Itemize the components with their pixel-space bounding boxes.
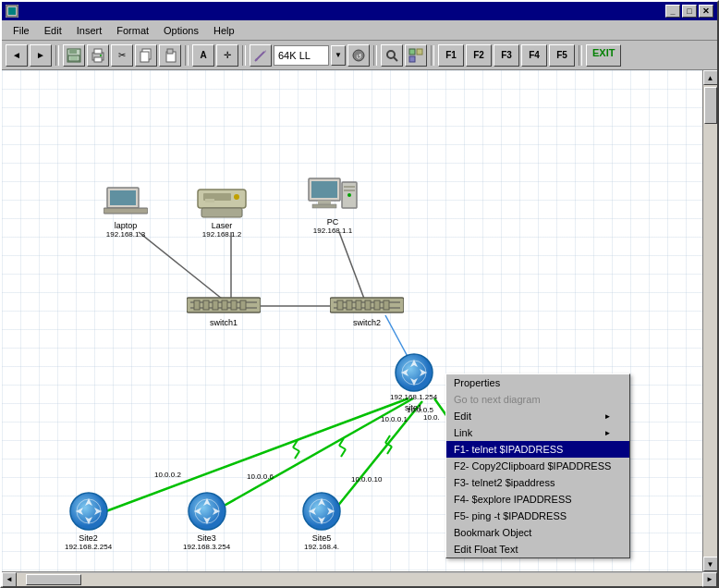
save-button[interactable] (63, 44, 85, 67)
ctx-edit-float[interactable]: Edit Float Text (446, 541, 629, 557)
scroll-left-button[interactable]: ◄ (2, 572, 17, 587)
canvas[interactable]: 10.0.0.1 10.0.0.5 10.0. 10.0.0.2 10.0.0.… (2, 70, 702, 571)
find-button[interactable] (381, 44, 403, 67)
f1-button[interactable]: F1 (438, 44, 464, 67)
menu-help[interactable]: Help (206, 23, 242, 38)
scroll-h-thumb[interactable] (26, 574, 81, 585)
scroll-v-track[interactable] (703, 85, 717, 557)
ctx-edit-arrow: ► (603, 412, 611, 421)
toolbar-separator-4 (373, 45, 377, 66)
f3-button[interactable]: F3 (494, 44, 519, 67)
vertical-scrollbar: ▲ ▼ (702, 70, 717, 571)
svg-line-35 (339, 446, 346, 449)
svg-text:↺: ↺ (356, 53, 362, 61)
device-site2[interactable]: Site2 192.168.2.254 (65, 491, 112, 551)
ctx-f3-telnet2[interactable]: F3- telnet2 $ipaddress (446, 474, 629, 491)
laptop-ip: 192.168.1.3 (106, 230, 145, 239)
device-laser[interactable]: Laser 192.168.1.2 (196, 186, 248, 239)
speed-dropdown-arrow[interactable]: ▼ (331, 45, 346, 66)
close-button[interactable]: ✕ (699, 5, 713, 18)
device-site5[interactable]: Site5 192.168.4. (301, 491, 342, 551)
svg-text:10.0.0.1: 10.0.0.1 (381, 415, 408, 423)
scroll-v-thumb[interactable] (704, 87, 717, 124)
ctx-go-next-diagram: Go to next diagram (446, 391, 629, 408)
f4-button[interactable]: F4 (521, 44, 547, 67)
menu-insert[interactable]: Insert (69, 23, 110, 38)
site5-ip: 192.168.4. (304, 543, 339, 551)
svg-rect-79 (365, 300, 371, 310)
copy-button[interactable] (135, 44, 157, 67)
svg-line-40 (387, 447, 392, 454)
f2-button[interactable]: F2 (466, 44, 492, 67)
scroll-up-button[interactable]: ▲ (703, 70, 718, 85)
ctx-f4-explore[interactable]: F4- $explore IPADDRESS (446, 491, 629, 508)
device-switch1[interactable]: switch1 (187, 294, 261, 327)
f5-button[interactable]: F5 (549, 44, 575, 67)
svg-rect-68 (203, 300, 209, 310)
app-icon (6, 5, 18, 18)
device-site3[interactable]: Site3 192.168.3.254 (183, 491, 230, 551)
nav-prev-button[interactable]: ◄ (6, 44, 28, 67)
svg-line-37 (333, 401, 422, 512)
menu-edit[interactable]: Edit (37, 23, 69, 38)
menubar: File Edit Insert Format Options Help (2, 20, 717, 41)
laser-ip: 192.168.1.2 (202, 230, 241, 239)
device-switch2[interactable]: switch2 (330, 294, 404, 327)
svg-rect-5 (70, 56, 78, 60)
pc-label: PC (327, 217, 339, 227)
pencil-icon[interactable] (250, 44, 272, 67)
svg-rect-23 (409, 56, 415, 62)
nav-next-button[interactable]: ► (30, 44, 52, 67)
scroll-h-track[interactable] (17, 573, 702, 586)
svg-rect-59 (312, 204, 336, 208)
site2-ip: 192.168.2.254 (65, 543, 112, 551)
ctx-properties[interactable]: Properties (446, 374, 629, 391)
maximize-button[interactable]: □ (682, 5, 697, 18)
svg-rect-62 (344, 190, 355, 191)
minimize-button[interactable]: _ (665, 5, 680, 18)
svg-text:10.0.0.6: 10.0.0.6 (247, 472, 274, 481)
layout-button[interactable] (405, 44, 427, 67)
menu-file[interactable]: File (6, 23, 37, 38)
switch1-label: switch1 (210, 318, 238, 327)
device-site1[interactable]: 192.168.1.254 site1 (390, 352, 437, 412)
svg-text:10.0.0.10: 10.0.0.10 (351, 475, 383, 484)
cut-button[interactable]: ✂ (111, 44, 133, 67)
ctx-link[interactable]: Link ► (446, 424, 629, 441)
exit-button[interactable]: EXIT (586, 44, 621, 67)
svg-line-30 (293, 440, 298, 447)
svg-rect-13 (167, 49, 173, 54)
svg-rect-67 (194, 300, 200, 310)
ctx-f1-telnet[interactable]: F1- telnet $IPADDRESS (446, 441, 629, 458)
svg-text:10.0.: 10.0. (423, 413, 440, 422)
print-button[interactable] (87, 44, 109, 67)
scroll-down-button[interactable]: ▼ (703, 557, 718, 571)
svg-rect-81 (384, 300, 389, 310)
speed-value: 64K LL (278, 50, 311, 61)
svg-rect-22 (417, 49, 422, 55)
svg-rect-53 (201, 208, 242, 217)
svg-point-9 (100, 55, 102, 56)
ctx-bookmark[interactable]: Bookmark Object (446, 524, 629, 541)
ctx-f5-ping[interactable]: F5- ping -t $IPADDRESS (446, 508, 629, 524)
paste-button[interactable] (159, 44, 181, 67)
text-button[interactable]: A (192, 44, 214, 67)
svg-line-32 (295, 451, 299, 459)
toolbar-separator-2 (185, 45, 189, 66)
pc-ip: 192.168.1.1 (313, 227, 352, 235)
main-window: _ □ ✕ File Edit Insert Format Options He… (0, 0, 719, 588)
device-laptop[interactable]: laptop 192.168.1.3 (104, 186, 148, 239)
menu-options[interactable]: Options (156, 23, 206, 38)
menu-format[interactable]: Format (109, 23, 156, 38)
site1-label: site1 (405, 403, 422, 412)
apply-button[interactable]: ↺ (347, 44, 370, 67)
svg-line-20 (394, 57, 397, 61)
svg-line-31 (293, 447, 299, 451)
site3-ip: 192.168.3.254 (183, 543, 230, 551)
ctx-f2-copy[interactable]: F2- Copy2Clipboard $IPADDRESS (446, 458, 629, 474)
speed-dropdown[interactable]: 64K LL (274, 45, 329, 66)
ctx-edit[interactable]: Edit ► (446, 408, 629, 424)
scroll-right-button[interactable]: ► (702, 572, 717, 587)
pointer-button[interactable]: ✛ (216, 44, 238, 67)
device-pc[interactable]: PC 192.168.1.1 (307, 177, 359, 235)
